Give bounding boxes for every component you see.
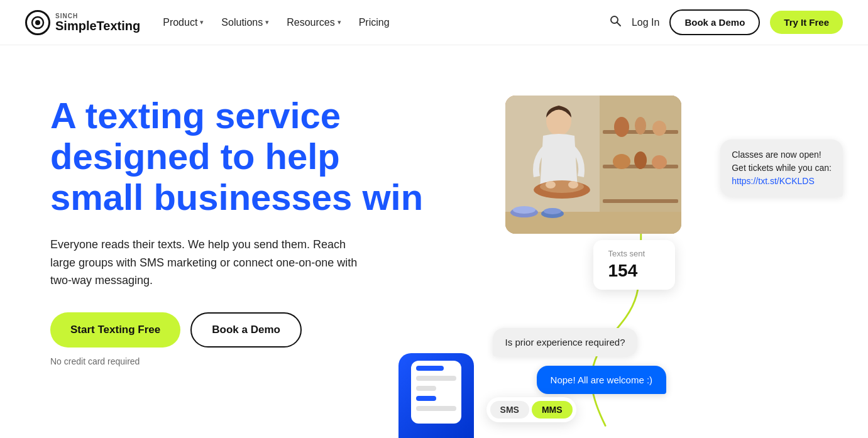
phone-line-4 (416, 396, 436, 401)
pottery-scene-svg (505, 96, 681, 234)
nav-product[interactable]: Product ▾ (163, 17, 204, 28)
svg-point-24 (544, 208, 561, 214)
chevron-down-icon: ▾ (200, 18, 204, 26)
chevron-down-icon: ▾ (265, 18, 269, 26)
classes-announcement-bubble: Classes are now open! Get tickets while … (720, 140, 843, 197)
hero-section: A texting service designed to help small… (0, 45, 868, 438)
login-link[interactable]: Log In (632, 17, 659, 28)
nav-resources[interactable]: Resources ▾ (287, 17, 341, 28)
svg-point-18 (546, 181, 556, 189)
phone-screen (411, 361, 461, 424)
texts-sent-label: Texts sent (608, 249, 660, 258)
hero-right: Classes are now open! Get tickets while … (486, 83, 843, 438)
reply-bubble-text: Nope! All are welcome :) (551, 375, 653, 385)
hero-subtext: Everyone reads their texts. We help you … (50, 236, 365, 290)
nav-links: Product ▾ Solutions ▾ Resources ▾ Pricin… (163, 17, 389, 28)
nav-right: Log In Book a Demo Try It Free (609, 9, 843, 35)
start-texting-free-button[interactable]: Start Texting Free (50, 312, 180, 348)
svg-point-22 (513, 206, 536, 214)
hero-heading: A texting service designed to help small… (50, 96, 427, 218)
logo-icon (25, 10, 50, 35)
svg-point-13 (634, 151, 647, 169)
book-demo-button-hero[interactable]: Book a Demo (190, 312, 302, 348)
phone-line-5 (416, 406, 456, 411)
chevron-down-icon: ▾ (338, 18, 341, 26)
search-button[interactable] (609, 14, 622, 30)
phone-preview-card (398, 353, 474, 438)
incoming-question-bubble: Is prior experience required? (493, 328, 638, 356)
book-demo-button-nav[interactable]: Book a Demo (669, 9, 760, 35)
phone-line-1 (416, 366, 444, 371)
texts-sent-card: Texts sent 154 (593, 240, 675, 290)
mms-button[interactable]: MMS (532, 401, 573, 419)
nav-pricing[interactable]: Pricing (359, 17, 390, 28)
svg-point-10 (635, 117, 646, 134)
incoming-bubble-text: Is prior experience required? (505, 337, 625, 348)
svg-point-12 (613, 154, 630, 169)
nav-solutions[interactable]: Solutions ▾ (221, 17, 269, 28)
try-free-button-nav[interactable]: Try It Free (770, 11, 843, 34)
nav-left: SINCH SimpleTexting Product ▾ Solutions … (25, 10, 390, 35)
sms-button[interactable]: SMS (490, 401, 529, 419)
svg-point-9 (614, 117, 629, 137)
hero-buttons: Start Texting Free Book a Demo (50, 312, 486, 348)
svg-point-19 (568, 181, 578, 189)
svg-point-11 (652, 121, 666, 136)
phone-line-2 (416, 376, 456, 381)
navbar: SINCH SimpleTexting Product ▾ Solutions … (0, 0, 868, 45)
hero-left: A texting service designed to help small… (50, 83, 486, 366)
svg-point-14 (652, 155, 667, 169)
logo-text: SINCH SimpleTexting (55, 13, 140, 33)
sms-mms-toggle: SMS MMS (486, 397, 576, 422)
reply-bubble: Nope! All are welcome :) (537, 366, 667, 394)
texts-sent-count: 154 (608, 261, 660, 281)
svg-rect-8 (603, 199, 678, 203)
svg-point-1 (35, 20, 40, 25)
bubble-line2: Get tickets while you can: (732, 163, 832, 173)
logo[interactable]: SINCH SimpleTexting (25, 10, 140, 35)
phone-line-3 (416, 386, 436, 391)
bubble-link: https://txt.st/KCKLDS (732, 176, 815, 186)
pottery-image (505, 96, 681, 234)
svg-line-3 (617, 23, 620, 26)
bubble-line1: Classes are now open! (732, 150, 821, 160)
pottery-image-card (505, 96, 681, 234)
